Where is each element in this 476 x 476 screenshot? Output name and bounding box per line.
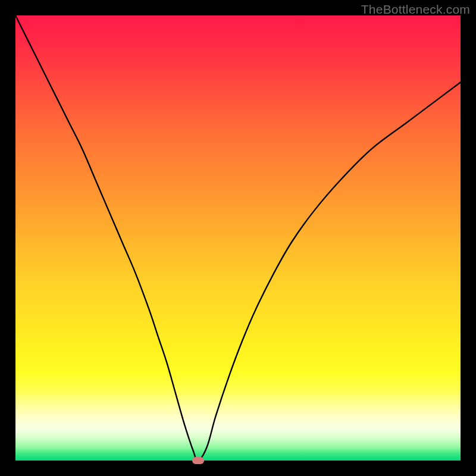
plot-area (15, 15, 461, 461)
chart-frame: TheBottleneck.com (0, 0, 476, 476)
watermark-text: TheBottleneck.com (361, 2, 470, 17)
minimum-marker (192, 457, 204, 464)
bottleneck-curve (15, 15, 461, 461)
